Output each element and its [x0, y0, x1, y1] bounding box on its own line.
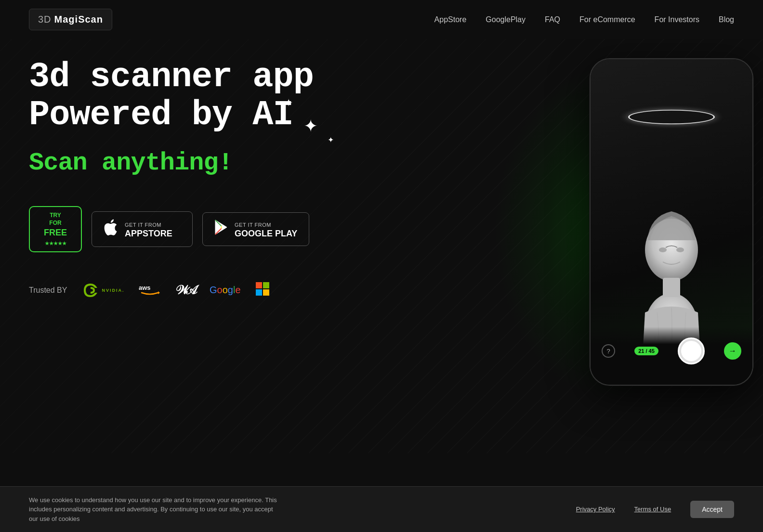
privacy-policy-link[interactable]: Privacy Policy [576, 506, 615, 513]
phone-mockup: ? 21 / 45 → [498, 39, 763, 424]
googleplay-main-label: GOOGLE PLAY [235, 229, 297, 239]
cookie-links: Privacy Policy Terms of Use Accept [576, 501, 734, 518]
svg-rect-11 [263, 289, 269, 296]
phone-frame: ? 21 / 45 → [590, 58, 753, 386]
logo-name: MagiScan [54, 14, 103, 25]
cookie-text: We use cookies to understand how you use… [29, 495, 279, 524]
try-stars: ★★★★★ [37, 240, 74, 247]
phone-bottom-ui: ? 21 / 45 → [591, 327, 752, 385]
hero-section: ✦ ✦ ✦ [0, 39, 763, 453]
hero-subtitle: Scan anything! [29, 149, 328, 177]
svg-marker-6 [158, 291, 160, 294]
svg-rect-4 [663, 278, 680, 297]
cookie-banner: We use cookies to understand how you use… [0, 486, 763, 532]
trusted-logos: NVIDIA. aws 𝒲𝒜 [81, 281, 270, 299]
svg-text:aws: aws [139, 284, 151, 291]
try-line3: FREE [37, 227, 74, 238]
try-line2: FOR [37, 220, 74, 227]
phone-capture-button[interactable] [678, 337, 705, 364]
googleplay-button[interactable]: GET IT FROM GOOGLE PLAY [202, 212, 309, 246]
sparkle-icon-3: ✦ [328, 135, 334, 144]
vj-logo: 𝒲𝒜 [175, 283, 195, 298]
play-icon [214, 220, 228, 239]
phone-help-button[interactable]: ? [602, 344, 615, 358]
apple-icon [104, 219, 118, 240]
halo-ring [628, 110, 715, 124]
cookie-accept-button[interactable]: Accept [690, 501, 734, 518]
googleplay-text: GET IT FROM GOOGLE PLAY [235, 220, 297, 239]
cta-group: TRY FOR FREE ★★★★★ GET IT FROM APPSTORE [29, 206, 328, 252]
nav-googleplay[interactable]: GooglePlay [486, 15, 526, 24]
nav-appstore[interactable]: AppStore [434, 15, 467, 24]
appstore-top-label: GET IT FROM [125, 222, 161, 228]
svg-point-3 [676, 247, 684, 252]
logo[interactable]: 3D MagiScan [29, 9, 112, 30]
trusted-label: Trusted BY [29, 286, 67, 295]
svg-rect-9 [263, 282, 269, 288]
nav-ecommerce[interactable]: For eCommerce [579, 15, 635, 24]
svg-rect-8 [256, 282, 262, 288]
appstore-button[interactable]: GET IT FROM APPSTORE [92, 211, 193, 247]
appstore-main-label: APPSTORE [125, 229, 172, 239]
phone-next-button[interactable]: → [724, 342, 741, 360]
svg-text:Google: Google [210, 285, 241, 295]
terms-of-use-link[interactable]: Terms of Use [634, 506, 671, 513]
try-line1: TRY [37, 212, 74, 220]
google-logo: Google [209, 283, 242, 298]
navbar: 3D MagiScan AppStore GooglePlay FAQ For … [0, 0, 763, 39]
phone-counter: 21 / 45 [634, 347, 658, 355]
googleplay-top-label: GET IT FROM [235, 222, 271, 228]
try-for-free-badge[interactable]: TRY FOR FREE ★★★★★ [29, 206, 82, 252]
nav-faq[interactable]: FAQ [545, 15, 560, 24]
nvidia-logo: NVIDIA. [81, 281, 124, 299]
trusted-section: Trusted BY NVIDIA. aws [29, 281, 328, 299]
nav-blog[interactable]: Blog [719, 15, 734, 24]
appstore-text: GET IT FROM APPSTORE [125, 220, 172, 239]
hero-title: 3d scanner appPowered by AI [29, 58, 328, 134]
logo-prefix: 3D [38, 14, 52, 25]
aws-logo: aws [138, 282, 162, 298]
nav-links: AppStore GooglePlay FAQ For eCommerce Fo… [434, 15, 734, 24]
microsoft-logo [256, 282, 270, 298]
nav-investors[interactable]: For Investors [655, 15, 699, 24]
svg-point-2 [659, 247, 667, 252]
hero-content: 3d scanner appPowered by AI Scan anythin… [29, 58, 328, 299]
phone-screen: ? 21 / 45 → [591, 59, 752, 385]
svg-rect-10 [256, 289, 262, 296]
